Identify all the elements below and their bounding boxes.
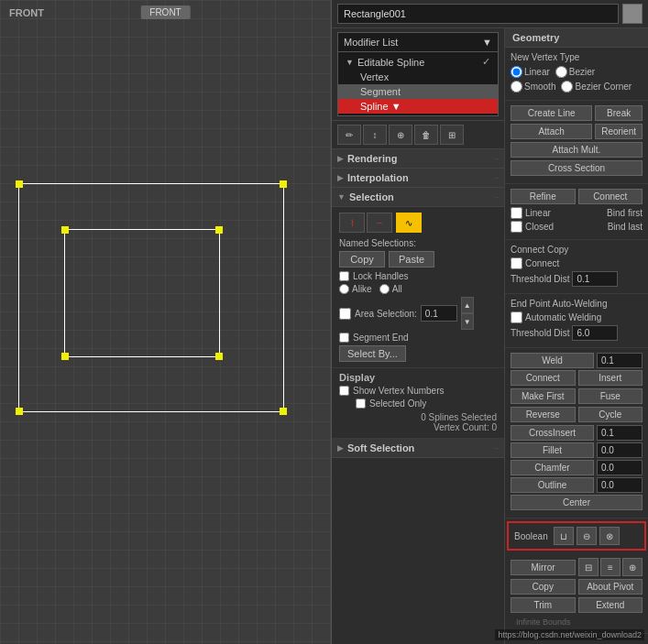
chamfer-input[interactable] xyxy=(597,460,643,475)
bezier-radio[interactable] xyxy=(555,66,567,78)
vertex-sel-btn[interactable]: ⌇ xyxy=(339,213,365,233)
copy-paste-row: Copy Paste xyxy=(339,251,497,267)
modifier-list-bar[interactable]: Modifier List ▼ xyxy=(337,32,499,52)
all-radio[interactable] xyxy=(379,284,390,294)
attach-btn[interactable]: Attach xyxy=(511,124,592,139)
infinite-bounds: Infinite Bounds xyxy=(511,616,643,628)
rect-inner xyxy=(64,229,220,357)
segment-end-check[interactable] xyxy=(339,333,349,343)
attach-mult-btn[interactable]: Attach Mult. xyxy=(511,142,643,158)
spline-item[interactable]: Spline ▼ xyxy=(338,99,498,114)
reorient-btn[interactable]: Reorient xyxy=(595,124,643,139)
cross-insert-btn[interactable]: CrossInsert xyxy=(511,425,594,441)
lock-handles-check[interactable] xyxy=(339,271,349,281)
selected-only-check[interactable] xyxy=(356,398,366,409)
insert-btn[interactable]: Insert xyxy=(578,370,643,386)
vertex-label: Vertex xyxy=(360,71,389,82)
linear-radio[interactable] xyxy=(511,66,522,78)
area-sel-input[interactable] xyxy=(421,305,457,322)
viewport[interactable]: FRONT FRONT xyxy=(0,0,332,644)
modifier-list-label: Modifier List xyxy=(344,37,398,48)
closed-check[interactable] xyxy=(511,221,522,233)
trim-extend-row: Trim Extend xyxy=(511,597,643,613)
make-first-btn[interactable]: Make First xyxy=(511,388,576,404)
spline-sel-btn[interactable]: ∿ xyxy=(396,213,422,233)
area-spin-down[interactable]: ▼ xyxy=(461,313,474,330)
create-line-btn[interactable]: Create Line xyxy=(511,105,592,121)
watermark: https://blog.csdn.net/weixin_download2 xyxy=(495,629,644,640)
cycle-btn[interactable]: Cycle xyxy=(578,407,643,422)
cross-insert-input[interactable] xyxy=(597,425,643,441)
smooth-radio[interactable] xyxy=(511,81,522,93)
weld-btn[interactable]: Weld xyxy=(511,353,594,368)
fillet-btn[interactable]: Fillet xyxy=(511,442,594,458)
color-box[interactable] xyxy=(622,4,643,24)
fuse-btn[interactable]: Fuse xyxy=(578,388,643,404)
rendering-arrow: ▶ xyxy=(337,154,344,163)
auto-weld-check[interactable] xyxy=(511,311,522,323)
about-pivot-btn[interactable]: About Pivot xyxy=(578,579,643,595)
toolbar-btn-move[interactable]: ✏ xyxy=(337,125,361,145)
attach-mult-row: Attach Mult. xyxy=(511,142,643,158)
weld-input[interactable] xyxy=(597,353,643,368)
mirror-y-btn[interactable]: ≡ xyxy=(600,558,621,576)
copy-btn2[interactable]: Copy xyxy=(511,579,576,595)
soft-selection-header[interactable]: ▶ Soft Selection ·· xyxy=(332,439,504,458)
extend-btn[interactable]: Extend xyxy=(578,597,643,613)
toolbar-btn-rotate[interactable]: ↕ xyxy=(363,125,387,145)
area-sel-check[interactable] xyxy=(339,308,351,320)
mirror-icons: ⊟ ≡ ⊕ xyxy=(578,558,643,576)
seg-sel-btn[interactable]: ╌ xyxy=(367,213,392,233)
show-vertex-row: Show Vertex Numbers xyxy=(339,386,497,396)
mirror-x-btn[interactable]: ⊟ xyxy=(578,558,599,576)
outline-input[interactable] xyxy=(597,477,643,493)
toolbar-btn-more[interactable]: ⊞ xyxy=(440,125,464,145)
bezier-corner-radio[interactable] xyxy=(561,81,573,93)
viewport-nav[interactable]: FRONT xyxy=(140,5,190,19)
selection-header[interactable]: ▼ Selection ·· xyxy=(332,188,504,207)
shape-container xyxy=(18,183,302,440)
threshold-dist1-input[interactable] xyxy=(572,271,618,287)
linear-radio-label: Linear xyxy=(511,66,550,78)
alike-radio[interactable] xyxy=(339,284,349,294)
reverse-btn[interactable]: Reverse xyxy=(511,407,576,422)
makefirst-fuse-row: Make First Fuse xyxy=(511,388,643,404)
bool-intersect-btn[interactable]: ⊗ xyxy=(599,527,620,545)
cross-section-btn[interactable]: Cross Section xyxy=(511,160,643,176)
connect-copy-check[interactable] xyxy=(511,257,522,269)
outline-btn[interactable]: Outline xyxy=(511,477,594,493)
area-selection-row: Area Selection: ▲ ▼ xyxy=(339,297,497,330)
threshold-dist2-input[interactable] xyxy=(572,325,618,341)
bool-union-btn[interactable]: ⊔ xyxy=(554,527,574,545)
vertex-item[interactable]: Vertex xyxy=(338,70,498,84)
interpolation-header[interactable]: ▶ Interpolation ·· xyxy=(332,169,504,188)
editable-spline-item[interactable]: ▼ Editable Spline ✓ xyxy=(338,54,498,70)
select-by-btn[interactable]: Select By... xyxy=(339,345,406,362)
bool-subtract-btn[interactable]: ⊖ xyxy=(577,527,597,545)
toolbar-btn-delete[interactable]: 🗑 xyxy=(414,125,438,145)
segment-item[interactable]: Segment xyxy=(338,84,498,99)
break-btn[interactable]: Break xyxy=(595,105,643,121)
refine-btn[interactable]: Refine xyxy=(511,189,576,204)
linear-check[interactable] xyxy=(511,207,522,219)
fillet-input[interactable] xyxy=(597,442,643,458)
selection-content: ⌇ ╌ ∿ Named Selections: Copy Paste xyxy=(332,207,504,368)
toolbar-btn-select[interactable]: ⊕ xyxy=(389,125,412,145)
connect-btn1[interactable]: Connect xyxy=(578,189,643,204)
center-btn[interactable]: Center xyxy=(511,495,643,510)
connect-btn3[interactable]: Connect xyxy=(511,370,576,386)
cross-section-row: Cross Section xyxy=(511,160,643,176)
trim-btn[interactable]: Trim xyxy=(511,597,576,613)
mirror-btn[interactable]: Mirror xyxy=(511,560,576,575)
show-vertex-check[interactable] xyxy=(339,386,349,396)
panel-content[interactable]: ▶ Rendering ·· ▶ Interpolation ·· ▼ Sele… xyxy=(332,149,504,644)
rendering-header[interactable]: ▶ Rendering ·· xyxy=(332,149,504,169)
paste-btn[interactable]: Paste xyxy=(389,251,434,267)
object-name-input[interactable] xyxy=(337,4,619,24)
chamfer-btn[interactable]: Chamfer xyxy=(511,460,594,475)
display-content: Display Show Vertex Numbers Selected Onl… xyxy=(332,368,504,439)
area-spin-up[interactable]: ▲ xyxy=(461,297,474,313)
mirror-xy-btn[interactable]: ⊕ xyxy=(622,558,643,576)
copy-btn[interactable]: Copy xyxy=(339,251,385,267)
connect-copy-check-label: Connect xyxy=(525,258,559,268)
